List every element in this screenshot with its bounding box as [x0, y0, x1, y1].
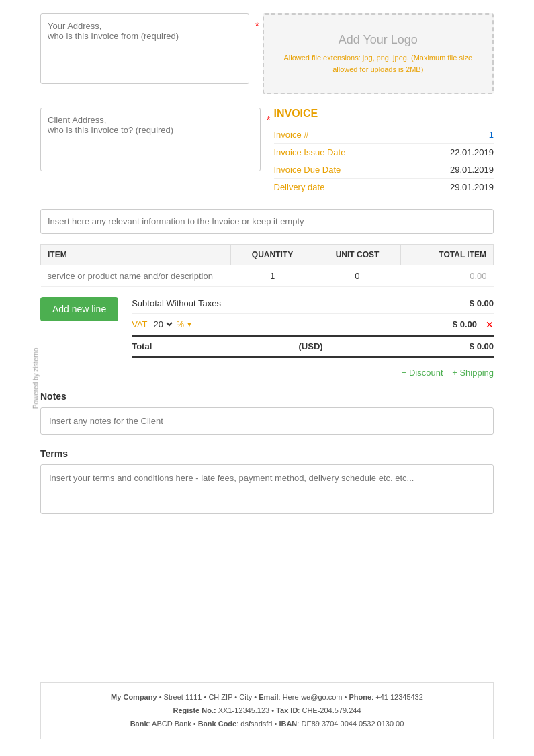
col-item: ITEM	[41, 245, 231, 265]
description-input[interactable]	[48, 216, 486, 226]
remove-vat-button[interactable]: ✕	[486, 319, 494, 330]
item-total: 0.00	[400, 265, 493, 287]
footer: My Company • Street 1111 • CH ZIP • City…	[40, 682, 494, 739]
invoice-delivery-value: 29.01.2019	[450, 182, 494, 192]
footer-bank-code-label: Bank Code	[198, 720, 236, 728]
page-wrapper: * Add Your Logo Allowed file extensions:…	[0, 0, 534, 753]
total-label: Total	[132, 341, 152, 351]
footer-bullet1: •	[159, 693, 164, 701]
subtotal-row: Subtotal Without Taxes $ 0.00	[132, 294, 494, 314]
your-address-required: *	[255, 20, 259, 31]
invoice-delivery-row: Delivery date 29.01.2019	[274, 179, 494, 196]
invoice-due-label: Invoice Due Date	[274, 165, 341, 175]
table-body: 0.00	[41, 265, 494, 287]
invoice-number-row: Invoice # 1	[274, 126, 494, 144]
your-address-box	[40, 13, 249, 84]
footer-registe: XX1-12345.123	[218, 706, 269, 714]
col-unit-cost: UNIT COST	[314, 245, 401, 265]
terms-label: Terms	[40, 448, 494, 459]
notes-label: Notes	[40, 391, 494, 402]
col-total-item: TOTAL ITEM	[400, 245, 493, 265]
client-address-required: *	[267, 114, 270, 125]
footer-iban: DE89 3704 0044 0532 0130 00	[301, 720, 404, 728]
item-quantity[interactable]	[231, 265, 314, 287]
shipping-link[interactable]: + Shipping	[452, 368, 494, 378]
subtotal-label: Subtotal Without Taxes	[132, 298, 221, 308]
discount-shipping-area: + Discount + Shipping	[40, 368, 494, 378]
footer-company: My Company	[111, 693, 157, 701]
client-section: * INVOICE Invoice # 1 Invoice Issue Date…	[40, 108, 494, 196]
footer-email-label: Email	[259, 693, 278, 701]
total-row: Total (USD) $ 0.00	[132, 335, 494, 358]
vat-row: VAT 20 10 5 0 % ▼ $ 0.00 ✕	[132, 314, 494, 335]
logo-hint: Allowed file extensions: jpg, png, jpeg.…	[274, 52, 483, 75]
footer-line2: Registe No.: XX1-12345.123 • Tax ID: CHE…	[49, 704, 485, 718]
vat-value-area: $ 0.00 ✕	[453, 319, 494, 330]
client-address-input[interactable]	[48, 115, 253, 162]
item-unit-cost-input[interactable]	[341, 271, 374, 281]
client-address-box	[40, 108, 261, 171]
total-currency: (USD)	[299, 341, 323, 351]
totals-box: Subtotal Without Taxes $ 0.00 VAT 20 10 …	[132, 294, 494, 358]
invoice-title: INVOICE	[274, 108, 494, 120]
your-address-wrapper: *	[40, 13, 249, 94]
col-quantity: QUANTITY	[231, 245, 314, 265]
description-box	[40, 209, 494, 234]
invoice-issue-value: 22.01.2019	[450, 147, 494, 157]
vat-percent-select[interactable]: 20 10 5 0	[151, 319, 175, 330]
invoice-number-label: Invoice #	[274, 130, 309, 140]
footer-bank-code: dsfsadsfd	[240, 720, 272, 728]
invoice-issue-label: Invoice Issue Date	[274, 147, 346, 157]
add-line-area: Add new line	[40, 294, 118, 321]
footer-zip-city: CH ZIP • City	[208, 693, 252, 701]
invoice-number-value: 1	[489, 130, 494, 140]
footer-line1: My Company • Street 1111 • CH ZIP • City…	[49, 691, 485, 704]
invoice-issue-row: Invoice Issue Date 22.01.2019	[274, 144, 494, 161]
footer-tax-label: Tax ID	[276, 706, 298, 714]
footer-registe-label: Registe No.:	[173, 706, 216, 714]
vat-dropdown-icon: ▼	[186, 321, 193, 328]
notes-section: Notes	[40, 391, 494, 435]
spacer	[40, 528, 494, 662]
discount-link[interactable]: + Discount	[402, 368, 443, 378]
footer-iban-label: IBAN	[279, 720, 297, 728]
top-section: * Add Your Logo Allowed file extensions:…	[40, 13, 494, 94]
item-quantity-input[interactable]	[256, 271, 290, 281]
add-line-button[interactable]: Add new line	[40, 297, 118, 321]
invoice-delivery-label: Delivery date	[274, 182, 325, 192]
item-unit-cost[interactable]	[314, 265, 401, 287]
your-address-input[interactable]	[48, 21, 242, 75]
footer-phone: +41 12345432	[375, 693, 423, 701]
logo-upload-box[interactable]: Add Your Logo Allowed file extensions: j…	[263, 13, 494, 94]
vat-label-area: VAT 20 10 5 0 % ▼	[132, 319, 193, 330]
client-address-wrapper: *	[40, 108, 261, 171]
logo-title: Add Your Logo	[339, 33, 418, 47]
invoice-due-row: Invoice Due Date 29.01.2019	[274, 161, 494, 179]
footer-tax: CHE-204.579.244	[302, 706, 361, 714]
notes-input[interactable]	[49, 416, 485, 426]
terms-section: Terms	[40, 448, 494, 514]
items-table: ITEM QUANTITY UNIT COST TOTAL ITEM 0.00	[40, 244, 494, 287]
terms-input[interactable]	[49, 473, 485, 503]
bottom-section: Add new line Subtotal Without Taxes $ 0.…	[40, 294, 494, 358]
total-value: $ 0.00	[470, 341, 494, 351]
footer-bullet6: •	[193, 720, 198, 728]
table-row: 0.00	[41, 265, 494, 287]
invoice-details: INVOICE Invoice # 1 Invoice Issue Date 2…	[274, 108, 494, 196]
subtotal-value: $ 0.00	[470, 298, 494, 308]
footer-line3: Bank: ABCD Bank • Bank Code: dsfsadsfd •…	[49, 718, 485, 731]
invoice-due-value: 29.01.2019	[450, 165, 494, 175]
footer-street: Street 1111	[164, 693, 202, 701]
notes-input-box	[40, 407, 494, 435]
vat-value: $ 0.00	[453, 319, 477, 329]
vat-label: VAT	[132, 319, 147, 329]
footer-phone-label: Phone	[349, 693, 371, 701]
vat-percent-area: 20 10 5 0 % ▼	[151, 319, 193, 330]
footer-bank-label: Bank	[130, 720, 148, 728]
terms-input-box	[40, 464, 494, 514]
vat-percent-sign: %	[177, 319, 185, 329]
footer-bank: ABCD Bank	[152, 720, 191, 728]
item-description[interactable]	[41, 265, 231, 287]
item-description-input[interactable]	[48, 271, 224, 281]
table-header: ITEM QUANTITY UNIT COST TOTAL ITEM	[41, 245, 494, 265]
